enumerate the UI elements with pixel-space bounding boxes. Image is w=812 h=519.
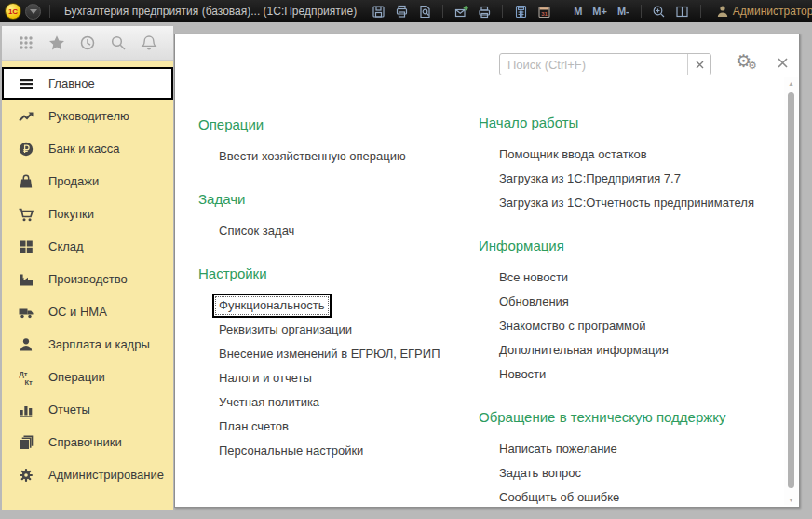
section-link[interactable]: Помощник ввода остатков [499, 143, 647, 167]
section-link[interactable]: Налоги и отчеты [219, 366, 312, 390]
section-link[interactable]: Список задач [219, 219, 294, 243]
print-preview-button[interactable] [415, 3, 434, 20]
section-tech-support: Обращение в техническую поддержку Написа… [479, 409, 791, 510]
section-operations: Операции Ввести хозяйственную операцию [198, 116, 473, 169]
split-window-button[interactable] [673, 3, 692, 20]
warehouse-icon [18, 239, 34, 255]
history-icon[interactable] [76, 32, 99, 54]
section-link[interactable]: Внесение изменений в ЕГРЮЛ, ЕГРИП [219, 342, 440, 366]
sidebar-item-label: Главное [48, 76, 95, 90]
sidebar-item-administration[interactable]: Администрирование [2, 458, 173, 491]
link-functionality[interactable]: Функциональность [212, 294, 332, 318]
user-menu[interactable]: Администратор [716, 5, 812, 18]
memory-minus-button[interactable]: M- [615, 3, 632, 20]
zoom-in-icon [652, 5, 666, 19]
bell-icon[interactable] [138, 32, 160, 54]
sidebar-item-directories[interactable]: Справочники [2, 426, 173, 458]
person-icon [18, 336, 34, 353]
scroll-down-icon[interactable]: ▼ [784, 494, 798, 505]
divider [641, 5, 642, 18]
section-link[interactable]: Задать вопрос [499, 461, 581, 485]
section-link[interactable]: Персональные настройки [219, 439, 363, 463]
truck-icon [18, 304, 34, 321]
sidebar-item-sales[interactable]: Продажи [2, 165, 173, 198]
section-tasks: Задачи Список задач [198, 191, 473, 243]
sidebar-item-label: ОС и НМА [48, 305, 107, 319]
section-link[interactable]: Ввести хозяйственную операцию [219, 144, 406, 169]
memory-plus-button[interactable]: M+ [589, 3, 610, 20]
sidebar-item-purchases[interactable]: Покупки [2, 198, 173, 230]
print-button[interactable] [392, 3, 411, 20]
sidebar-item-main[interactable]: Главное [2, 67, 173, 100]
scrollbar-thumb[interactable] [788, 92, 794, 488]
sidebar-item-label: Операции [48, 370, 105, 384]
section-link[interactable]: Сообщить об ошибке [499, 485, 619, 510]
factory-icon [18, 271, 34, 288]
section-link[interactable]: Знакомство с программой [499, 314, 646, 338]
section-link[interactable]: Учетная политика [219, 390, 319, 415]
section-title: Задачи [198, 191, 473, 208]
calculator-icon [514, 5, 528, 19]
apps-grid-icon[interactable] [15, 32, 37, 54]
titlebar: 1С Бухгалтерия предприятия (базовая)... … [0, 0, 812, 22]
section-link[interactable]: Написать пожелание [499, 437, 617, 461]
send-email-button[interactable] [452, 3, 470, 20]
calendar-icon: 31 [537, 5, 551, 19]
main-panel: ⚙ ⚙ Операции Ввести хозяйственную операц… [174, 34, 800, 508]
section-link[interactable]: Новости [499, 362, 546, 387]
search-icon[interactable] [107, 32, 129, 54]
print-icon [395, 5, 409, 19]
section-link[interactable]: Обновления [499, 290, 569, 314]
save-button[interactable] [369, 3, 387, 20]
chevron-down-icon [30, 9, 37, 14]
sidebar-item-label: Продажи [48, 174, 99, 188]
menu-icon [18, 75, 34, 92]
favorites-star-icon[interactable] [46, 32, 68, 54]
sidebar-item-bank-cash[interactable]: Банк и касса [2, 132, 173, 165]
zoom-button[interactable] [650, 3, 669, 20]
sidebar-item-label: Администрирование [48, 468, 164, 482]
divider [502, 5, 503, 18]
section-link[interactable]: Все новости [499, 266, 568, 290]
sidebar-item-label: Зарплата и кадры [48, 337, 150, 351]
cart-icon [18, 206, 34, 223]
bag-icon [18, 173, 34, 190]
svg-text:Кт: Кт [25, 377, 34, 386]
scroll-up-icon[interactable]: ▲ [784, 77, 798, 89]
section-title: Настройки [198, 266, 473, 282]
print-direct-button[interactable] [475, 3, 494, 20]
section-link[interactable]: Загрузка из 1С:Отчетность предпринимател… [499, 191, 754, 215]
panel-close-button[interactable] [775, 55, 790, 70]
sidebar-item-operations[interactable]: ДтКт Операции [2, 361, 173, 393]
system-menu-button[interactable] [25, 4, 41, 20]
books-icon [18, 434, 34, 451]
divider [562, 5, 562, 18]
sidebar-item-fixed-assets[interactable]: ОС и НМА [2, 295, 173, 328]
sidebar-item-production[interactable]: Производство [2, 263, 173, 295]
calculator-button[interactable] [511, 3, 530, 20]
sidebar-item-manager[interactable]: Руководителю [2, 100, 173, 132]
sidebar-item-warehouse[interactable]: Склад [2, 230, 173, 263]
gear-small-icon: ⚙ [748, 60, 757, 72]
section-link[interactable]: План счетов [219, 415, 289, 439]
scrollbar[interactable]: ▲ ▼ [784, 77, 798, 505]
user-icon [716, 5, 729, 18]
debit-credit-icon: ДтКт [18, 369, 34, 386]
settings-button[interactable]: ⚙ ⚙ [736, 51, 760, 75]
search-clear-button[interactable] [687, 54, 710, 75]
section-link[interactable]: Загрузка из 1С:Предприятия 7.7 [499, 167, 681, 191]
sidebar-item-salary-hr[interactable]: Зарплата и кадры [2, 328, 173, 361]
user-name: Администратор [733, 5, 812, 18]
preview-icon [418, 5, 432, 19]
section-title: Информация [479, 238, 791, 254]
gear-icon [18, 467, 34, 484]
search-input[interactable] [500, 54, 687, 75]
sidebar-toolbar [2, 26, 173, 61]
sidebar-item-label: Производство [48, 272, 128, 286]
section-link[interactable]: Дополнительная информация [499, 338, 669, 362]
sidebar-item-reports[interactable]: Отчеты [2, 393, 173, 426]
calendar-button[interactable]: 31 [535, 3, 553, 20]
memory-recall-button[interactable]: M [571, 3, 585, 20]
search-box [499, 53, 711, 75]
section-link[interactable]: Реквизиты организации [219, 318, 352, 342]
